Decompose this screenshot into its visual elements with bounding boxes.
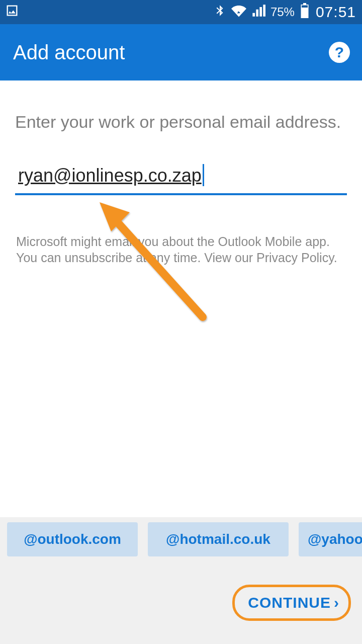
continue-label: CONTINUE xyxy=(248,594,331,611)
picture-icon xyxy=(5,4,19,21)
domain-chip-outlook[interactable]: @outlook.com xyxy=(7,522,138,556)
cellular-signal-icon xyxy=(251,4,265,21)
svg-marker-3 xyxy=(100,202,130,231)
svg-rect-1 xyxy=(302,5,308,8)
bottom-bar: CONTINUE › xyxy=(0,561,362,644)
email-input[interactable]: ryan@ionlinesp.co.zap xyxy=(15,164,347,195)
wifi-icon xyxy=(231,3,246,22)
continue-button[interactable]: CONTINUE › xyxy=(232,585,351,621)
clock-text: 07:51 xyxy=(316,4,356,21)
battery-icon xyxy=(300,3,310,22)
help-icon: ? xyxy=(335,44,344,61)
prompt-text: Enter your work or personal email addres… xyxy=(15,111,347,134)
text-cursor xyxy=(203,164,204,186)
email-value: ryan@ionlinesp.co.zap xyxy=(18,165,202,186)
page-title: Add account xyxy=(13,41,125,64)
help-button[interactable]: ? xyxy=(329,42,350,63)
app-bar: Add account ? xyxy=(0,24,362,80)
content-area: Enter your work or personal email addres… xyxy=(0,80,362,266)
disclaimer-text: Microsoft might email you about the Outl… xyxy=(15,233,347,266)
svg-rect-0 xyxy=(302,8,308,18)
chevron-right-icon: › xyxy=(334,594,339,611)
domain-chip-yahoo[interactable]: @yahoo xyxy=(299,522,362,556)
bluetooth-icon xyxy=(213,4,226,21)
email-domain-suggestions: @outlook.com @hotmail.co.uk @yahoo xyxy=(0,517,362,561)
svg-line-2 xyxy=(112,216,203,317)
battery-percent: 75% xyxy=(270,5,295,19)
domain-chip-hotmail[interactable]: @hotmail.co.uk xyxy=(148,522,289,556)
annotation-arrow xyxy=(84,196,215,337)
status-bar: 75% 07:51 xyxy=(0,0,362,24)
